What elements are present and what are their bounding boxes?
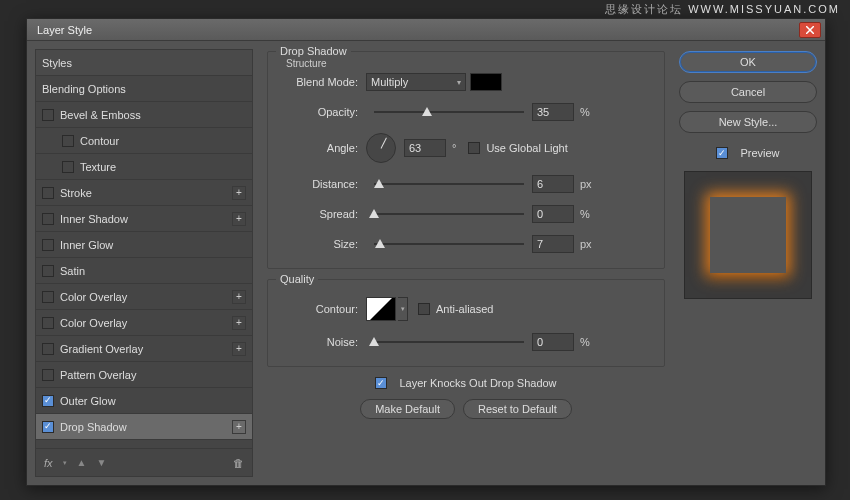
use-global-light-label: Use Global Light [486, 142, 567, 154]
style-checkbox[interactable] [42, 239, 54, 251]
add-effect-icon[interactable]: + [232, 316, 246, 330]
knocks-out-label: Layer Knocks Out Drop Shadow [399, 377, 556, 389]
use-global-light-checkbox[interactable] [468, 142, 480, 154]
styles-header[interactable]: Styles [36, 50, 252, 76]
preview-checkbox[interactable] [716, 147, 728, 159]
angle-dial[interactable] [366, 133, 396, 163]
titlebar[interactable]: Layer Style [27, 19, 825, 41]
style-label: Pattern Overlay [60, 369, 136, 381]
styles-footer: fx ▾ ▲ ▼ 🗑 [35, 449, 253, 477]
add-effect-icon[interactable]: + [232, 420, 246, 434]
close-icon [806, 26, 814, 34]
add-effect-icon[interactable]: + [232, 290, 246, 304]
spread-input[interactable]: 0 [532, 205, 574, 223]
style-item-bevel-emboss[interactable]: Bevel & Emboss [36, 102, 252, 128]
size-slider[interactable] [374, 237, 524, 251]
style-item-pattern-overlay[interactable]: Pattern Overlay [36, 362, 252, 388]
anti-aliased-label: Anti-aliased [436, 303, 493, 315]
style-item-inner-shadow[interactable]: Inner Shadow+ [36, 206, 252, 232]
size-input[interactable]: 7 [532, 235, 574, 253]
style-label: Texture [80, 161, 116, 173]
style-checkbox[interactable] [42, 109, 54, 121]
contour-picker[interactable] [366, 297, 396, 321]
style-checkbox[interactable] [42, 369, 54, 381]
fx-icon[interactable]: fx [44, 457, 53, 469]
trash-icon[interactable]: 🗑 [233, 457, 244, 469]
style-label: Satin [60, 265, 85, 277]
settings-panel: Drop Shadow Structure Blend Mode: Multip… [261, 49, 671, 477]
spread-label: Spread: [280, 208, 366, 220]
watermark: 思缘设计论坛 WWW.MISSYUAN.COM [605, 2, 840, 17]
style-item-inner-glow[interactable]: Inner Glow [36, 232, 252, 258]
contour-dropdown[interactable]: ▾ [398, 297, 408, 321]
style-item-stroke[interactable]: Stroke+ [36, 180, 252, 206]
style-checkbox[interactable] [42, 421, 54, 433]
cancel-button[interactable]: Cancel [679, 81, 817, 103]
anti-aliased-checkbox[interactable] [418, 303, 430, 315]
distance-slider[interactable] [374, 177, 524, 191]
style-item-color-overlay[interactable]: Color Overlay+ [36, 310, 252, 336]
style-checkbox[interactable] [42, 187, 54, 199]
style-label: Color Overlay [60, 291, 127, 303]
structure-group: Drop Shadow Structure Blend Mode: Multip… [267, 51, 665, 269]
move-up-icon[interactable]: ▲ [77, 457, 87, 468]
size-label: Size: [280, 238, 366, 250]
angle-label: Angle: [280, 142, 366, 154]
style-checkbox[interactable] [42, 343, 54, 355]
style-checkbox[interactable] [42, 395, 54, 407]
dialog-title: Layer Style [31, 24, 92, 36]
style-label: Inner Glow [60, 239, 113, 251]
contour-label: Contour: [280, 303, 366, 315]
chevron-down-icon: ▾ [457, 78, 461, 87]
style-label: Inner Shadow [60, 213, 128, 225]
blending-options[interactable]: Blending Options [36, 76, 252, 102]
knocks-out-checkbox[interactable] [375, 377, 387, 389]
new-style-button[interactable]: New Style... [679, 111, 817, 133]
style-item-satin[interactable]: Satin [36, 258, 252, 284]
angle-input[interactable]: 63 [404, 139, 446, 157]
style-item-outer-glow[interactable]: Outer Glow [36, 388, 252, 414]
style-item-contour[interactable]: Contour [36, 128, 252, 154]
noise-slider[interactable] [374, 335, 524, 349]
make-default-button[interactable]: Make Default [360, 399, 455, 419]
opacity-label: Opacity: [280, 106, 366, 118]
shadow-color-swatch[interactable] [470, 73, 502, 91]
blend-mode-label: Blend Mode: [280, 76, 366, 88]
styles-sidebar: Styles Blending Options Bevel & EmbossCo… [35, 49, 253, 477]
style-label: Bevel & Emboss [60, 109, 141, 121]
ok-button[interactable]: OK [679, 51, 817, 73]
style-checkbox[interactable] [42, 291, 54, 303]
add-effect-icon[interactable]: + [232, 212, 246, 226]
style-checkbox[interactable] [62, 135, 74, 147]
style-checkbox[interactable] [42, 265, 54, 277]
noise-input[interactable]: 0 [532, 333, 574, 351]
opacity-slider[interactable] [374, 105, 524, 119]
style-item-texture[interactable]: Texture [36, 154, 252, 180]
style-label: Gradient Overlay [60, 343, 143, 355]
move-down-icon[interactable]: ▼ [96, 457, 106, 468]
distance-label: Distance: [280, 178, 366, 190]
style-label: Color Overlay [60, 317, 127, 329]
blend-mode-select[interactable]: Multiply▾ [366, 73, 466, 91]
quality-group: Quality Contour: ▾ Anti-aliased Noise: 0… [267, 279, 665, 367]
opacity-input[interactable]: 35 [532, 103, 574, 121]
style-item-color-overlay[interactable]: Color Overlay+ [36, 284, 252, 310]
style-item-drop-shadow[interactable]: Drop Shadow+ [36, 414, 252, 440]
style-checkbox[interactable] [62, 161, 74, 173]
structure-label: Structure [286, 58, 327, 69]
right-panel: OK Cancel New Style... Preview [679, 49, 817, 477]
style-item-gradient-overlay[interactable]: Gradient Overlay+ [36, 336, 252, 362]
style-checkbox[interactable] [42, 213, 54, 225]
style-label: Contour [80, 135, 119, 147]
style-label: Stroke [60, 187, 92, 199]
style-label: Outer Glow [60, 395, 116, 407]
distance-input[interactable]: 6 [532, 175, 574, 193]
reset-default-button[interactable]: Reset to Default [463, 399, 572, 419]
close-button[interactable] [799, 22, 821, 38]
preview-thumbnail [684, 171, 812, 299]
style-checkbox[interactable] [42, 317, 54, 329]
fx-dropdown-icon[interactable]: ▾ [63, 459, 67, 467]
spread-slider[interactable] [374, 207, 524, 221]
add-effect-icon[interactable]: + [232, 342, 246, 356]
add-effect-icon[interactable]: + [232, 186, 246, 200]
